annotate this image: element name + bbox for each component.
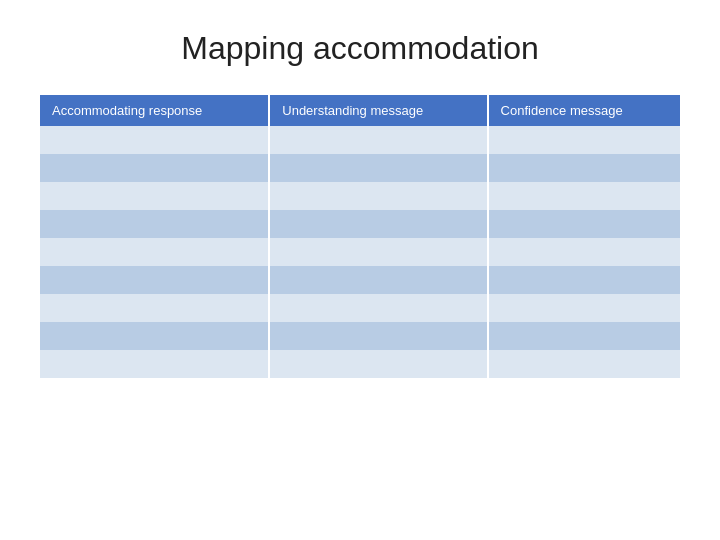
page-container: Mapping accommodation Accommodating resp… (0, 0, 720, 540)
table-row (40, 294, 680, 322)
table-cell (269, 210, 487, 238)
table-cell (269, 322, 487, 350)
table-cell (488, 182, 680, 210)
table-cell (40, 294, 269, 322)
mapping-table: Accommodating response Understanding mes… (40, 95, 680, 378)
table-cell (488, 322, 680, 350)
table-cell (488, 126, 680, 154)
col-header-understanding: Understanding message (269, 95, 487, 126)
col-header-accommodating: Accommodating response (40, 95, 269, 126)
table-row (40, 266, 680, 294)
table-cell (40, 182, 269, 210)
table-row (40, 238, 680, 266)
table-cell (269, 182, 487, 210)
table-wrapper: Accommodating response Understanding mes… (40, 95, 680, 378)
table-cell (40, 350, 269, 378)
table-row (40, 154, 680, 182)
table-cell (269, 294, 487, 322)
table-row (40, 350, 680, 378)
table-cell (269, 238, 487, 266)
table-cell (488, 238, 680, 266)
table-row (40, 322, 680, 350)
col-header-confidence: Confidence message (488, 95, 680, 126)
table-cell (488, 350, 680, 378)
table-cell (269, 266, 487, 294)
table-header-row: Accommodating response Understanding mes… (40, 95, 680, 126)
table-cell (269, 350, 487, 378)
table-row (40, 210, 680, 238)
table-cell (40, 210, 269, 238)
table-cell (40, 154, 269, 182)
table-row (40, 126, 680, 154)
table-cell (488, 294, 680, 322)
page-title: Mapping accommodation (181, 30, 539, 67)
table-cell (488, 266, 680, 294)
table-cell (269, 126, 487, 154)
table-cell (488, 210, 680, 238)
table-cell (488, 154, 680, 182)
table-cell (40, 126, 269, 154)
table-cell (40, 266, 269, 294)
table-cell (269, 154, 487, 182)
table-cell (40, 238, 269, 266)
table-row (40, 182, 680, 210)
table-cell (40, 322, 269, 350)
